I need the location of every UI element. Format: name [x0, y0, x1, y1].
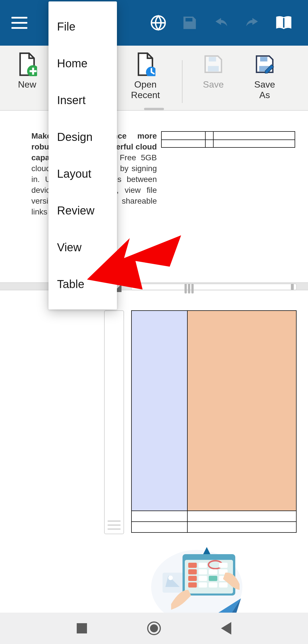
- ribbon-label: New: [18, 79, 36, 90]
- colored-table[interactable]: [131, 310, 297, 533]
- nav-home[interactable]: [145, 620, 163, 637]
- menu-item-table[interactable]: Table: [48, 266, 117, 303]
- table-cell[interactable]: [188, 522, 296, 532]
- svg-rect-18: [198, 563, 207, 568]
- svg-rect-6: [260, 57, 267, 62]
- ribbon-save-as[interactable]: Save As: [239, 53, 290, 100]
- ribbon-label: Save As: [254, 79, 275, 100]
- document-canvas[interactable]: Make the experience more robust with the…: [0, 111, 308, 613]
- ribbon-separator: [182, 60, 183, 103]
- svg-rect-19: [198, 569, 207, 574]
- svg-rect-21: [198, 582, 207, 588]
- open-recent-icon: [135, 53, 155, 75]
- menu-item-design[interactable]: Design: [48, 119, 117, 155]
- new-doc-icon: [17, 53, 37, 75]
- ribbon-tab-dropdown: File Home Insert Design Layout Review Vi…: [48, 1, 117, 309]
- menu-item-file[interactable]: File: [48, 8, 117, 45]
- menu-item-home[interactable]: Home: [48, 45, 117, 82]
- ribbon-drag-handle[interactable]: [144, 108, 164, 110]
- svg-rect-3: [208, 66, 219, 71]
- menu-item-insert[interactable]: Insert: [48, 82, 117, 119]
- menu-item-view[interactable]: View: [48, 229, 117, 266]
- redo-icon[interactable]: [240, 10, 265, 36]
- svg-rect-24: [219, 563, 228, 568]
- ribbon-open-recent[interactable]: Open Recent: [114, 53, 177, 100]
- svg-point-10: [168, 576, 173, 580]
- svg-rect-15: [188, 569, 197, 574]
- svg-rect-20: [198, 576, 207, 581]
- svg-point-47: [150, 624, 158, 632]
- file-ribbon: New pen Open Recent: [0, 46, 308, 111]
- vertical-ruler[interactable]: [104, 310, 124, 534]
- hamburger-icon[interactable]: [11, 14, 29, 31]
- ribbon-new[interactable]: New: [0, 53, 54, 90]
- svg-rect-22: [209, 569, 217, 574]
- ribbon-label: Open Recent: [131, 79, 160, 100]
- save-as-icon: [255, 53, 275, 75]
- svg-rect-4: [209, 57, 216, 62]
- table-cell[interactable]: [132, 522, 188, 532]
- calendar-illustration: [151, 538, 248, 624]
- table-cell-blue[interactable]: [132, 311, 188, 511]
- horizontal-ruler[interactable]: [0, 282, 308, 290]
- nav-recent-apps[interactable]: [73, 620, 90, 637]
- svg-rect-28: [209, 576, 217, 581]
- svg-rect-27: [219, 582, 228, 588]
- save-icon[interactable]: [177, 10, 202, 36]
- app-bar: [0, 0, 308, 46]
- menu-item-review[interactable]: Review: [48, 192, 117, 229]
- ribbon-label: Save: [203, 79, 224, 90]
- read-mode-icon[interactable]: [271, 10, 297, 36]
- ribbon-save: Save: [188, 53, 239, 90]
- menu-item-layout[interactable]: Layout: [48, 155, 117, 192]
- svg-rect-16: [188, 576, 197, 581]
- svg-rect-14: [188, 563, 197, 568]
- globe-icon[interactable]: [145, 10, 171, 36]
- table-cell-orange[interactable]: [188, 311, 296, 511]
- nav-back[interactable]: [218, 620, 235, 637]
- svg-rect-17: [188, 582, 197, 588]
- undo-icon[interactable]: [208, 10, 234, 36]
- svg-rect-23: [209, 582, 217, 588]
- table-cell[interactable]: [132, 511, 188, 521]
- save-disk-icon: [203, 53, 223, 75]
- android-nav-bar: [0, 613, 308, 644]
- small-table[interactable]: [161, 131, 295, 148]
- table-cell[interactable]: [188, 511, 296, 521]
